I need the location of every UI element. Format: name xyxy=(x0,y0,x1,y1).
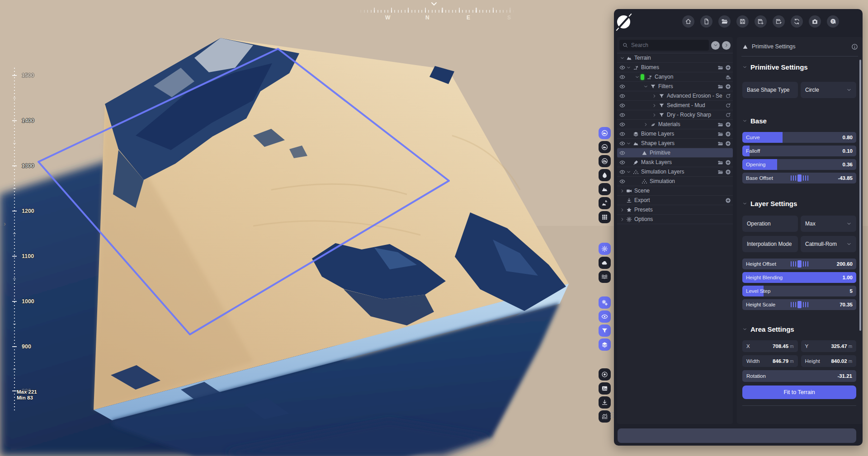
open-project-button[interactable] xyxy=(718,15,731,28)
slider-height-scale[interactable]: Height Scale70.35 xyxy=(742,299,856,310)
slider-falloff[interactable]: Falloff0.10 xyxy=(742,146,856,156)
left-panel-expand-chevron[interactable]: › xyxy=(4,220,6,227)
visibility-button[interactable] xyxy=(599,310,611,323)
terrain-view-button[interactable] xyxy=(599,127,611,139)
expand-toggle[interactable] xyxy=(634,75,641,80)
tree-row-materials[interactable]: Materials xyxy=(617,120,733,129)
search-input[interactable] xyxy=(630,42,706,49)
visibility-toggle[interactable] xyxy=(619,160,625,165)
visibility-toggle[interactable] xyxy=(619,74,625,80)
tree-row-shape-layers[interactable]: Shape Layers xyxy=(617,139,733,148)
tree-row-primitive[interactable]: Primitive xyxy=(617,148,733,158)
visibility-toggle[interactable] xyxy=(619,141,625,146)
visibility-toggle[interactable] xyxy=(619,93,625,99)
section-heading-area-settings[interactable]: Area Settings xyxy=(742,325,856,333)
field-y[interactable]: Y325.47m xyxy=(801,340,857,352)
expand-toggle[interactable] xyxy=(625,141,632,146)
visibility-toggle[interactable] xyxy=(619,122,625,127)
refresh-button[interactable] xyxy=(725,93,731,99)
add-button[interactable] xyxy=(725,169,731,175)
field-x[interactable]: X708.45m xyxy=(742,340,798,352)
waves-button[interactable] xyxy=(599,271,611,283)
group-folder-button[interactable] xyxy=(717,131,723,137)
dropdown-interpolation-mode[interactable]: Catmull-Rom xyxy=(801,236,856,252)
tree-row-simulation[interactable]: Simulation xyxy=(617,177,733,186)
record-button[interactable] xyxy=(599,368,611,381)
snapshot-button[interactable] xyxy=(599,382,611,395)
expand-toggle[interactable] xyxy=(619,217,625,222)
section-heading-layer-settings[interactable]: Layer Settings xyxy=(742,200,856,207)
slider-base-offset[interactable]: Base Offset-43.85 xyxy=(742,173,856,183)
scatter-view-button[interactable] xyxy=(599,197,611,209)
field-rotation[interactable]: Rotation-31.21 xyxy=(742,370,856,382)
group-folder-button[interactable] xyxy=(717,84,723,89)
add-button[interactable] xyxy=(725,84,731,89)
dropdown-operation[interactable]: Max xyxy=(801,216,856,232)
tree-row-dry-rocky-sharp[interactable]: Dry - Rocky Sharp xyxy=(617,110,733,120)
add-button[interactable] xyxy=(725,160,731,165)
terrain-wire-view-button[interactable] xyxy=(599,155,611,167)
refresh-button[interactable] xyxy=(725,103,731,108)
weather-button[interactable] xyxy=(599,257,611,269)
expand-toggle[interactable] xyxy=(651,103,658,108)
filter-toggle-button[interactable] xyxy=(599,324,611,337)
base-shape-type-dropdown[interactable]: Circle xyxy=(801,82,856,98)
info-icon[interactable] xyxy=(851,43,858,50)
visibility-toggle[interactable] xyxy=(619,65,625,71)
help-button[interactable]: ? xyxy=(827,15,839,28)
auto-process-button[interactable] xyxy=(599,296,611,309)
grid-view-button[interactable] xyxy=(599,211,611,223)
expand-toggle[interactable] xyxy=(625,169,632,174)
expand-toggle[interactable] xyxy=(625,65,632,70)
visibility-toggle[interactable] xyxy=(619,103,625,108)
tree-row-simulation-layers[interactable]: Simulation Layers xyxy=(617,167,733,177)
expand-toggle[interactable] xyxy=(619,56,625,61)
tree-row-biomes[interactable]: Biomes xyxy=(617,63,733,72)
slider-curve[interactable]: Curve0.80 xyxy=(742,132,856,143)
panel-drag-handle[interactable] xyxy=(610,412,613,418)
tree-row-advanced-erosion-se[interactable]: Advanced Erosion - Se xyxy=(617,91,733,101)
visibility-toggle[interactable] xyxy=(619,112,625,118)
search-input-wrap[interactable] xyxy=(619,40,709,51)
tree-row-scene[interactable]: Scene xyxy=(617,186,733,196)
screenshot-button[interactable] xyxy=(809,15,821,28)
add-button[interactable] xyxy=(725,65,731,71)
collapse-all-button[interactable] xyxy=(711,41,720,50)
field-width[interactable]: Width846.79m xyxy=(742,355,798,367)
statistics-button[interactable] xyxy=(599,410,611,423)
add-layer-button[interactable] xyxy=(725,74,731,80)
group-folder-button[interactable] xyxy=(717,160,723,165)
fit-to-terrain-button[interactable]: Fit to Terrain xyxy=(742,385,856,399)
visibility-toggle[interactable] xyxy=(619,150,625,156)
expand-all-button[interactable] xyxy=(722,41,731,50)
settings-scrollbar[interactable] xyxy=(859,60,861,331)
add-button[interactable] xyxy=(725,197,731,203)
tree-row-sediment-mud[interactable]: Sediment - Mud xyxy=(617,101,733,110)
add-button[interactable] xyxy=(725,131,731,137)
slider-height-blending[interactable]: Height Blending1.00 xyxy=(742,272,856,283)
layers-toggle-button[interactable] xyxy=(599,338,611,351)
add-button[interactable] xyxy=(725,141,731,146)
app-logo-icon[interactable] xyxy=(616,14,632,30)
save-as-button[interactable] xyxy=(755,15,767,28)
sync-button[interactable] xyxy=(791,15,803,28)
tree-row-export[interactable]: Export xyxy=(617,196,733,205)
expand-toggle[interactable] xyxy=(619,207,625,212)
home-button[interactable] xyxy=(682,15,694,28)
tree-row-biome-layers[interactable]: Biome Layers xyxy=(617,129,733,139)
new-file-button[interactable] xyxy=(700,15,712,28)
group-folder-button[interactable] xyxy=(717,122,723,127)
visibility-toggle[interactable] xyxy=(619,84,625,89)
visibility-toggle[interactable] xyxy=(619,131,625,137)
section-heading-primitive-settings[interactable]: Primitive Settings xyxy=(742,63,856,71)
save-edit-button[interactable] xyxy=(773,15,785,28)
save-button[interactable] xyxy=(736,15,749,28)
slider-height-offset[interactable]: Height Offset200.60 xyxy=(742,259,856,269)
tree-row-filters[interactable]: Filters xyxy=(617,82,733,91)
tree-row-mask-layers[interactable]: Mask Layers xyxy=(617,158,733,167)
tree-row-canyon[interactable]: Canyon xyxy=(617,72,733,82)
render-settings-button[interactable] xyxy=(599,243,611,255)
mountain-view-button[interactable] xyxy=(599,183,611,195)
tree-row-presets[interactable]: Presets xyxy=(617,205,733,215)
expand-toggle[interactable] xyxy=(651,94,658,99)
